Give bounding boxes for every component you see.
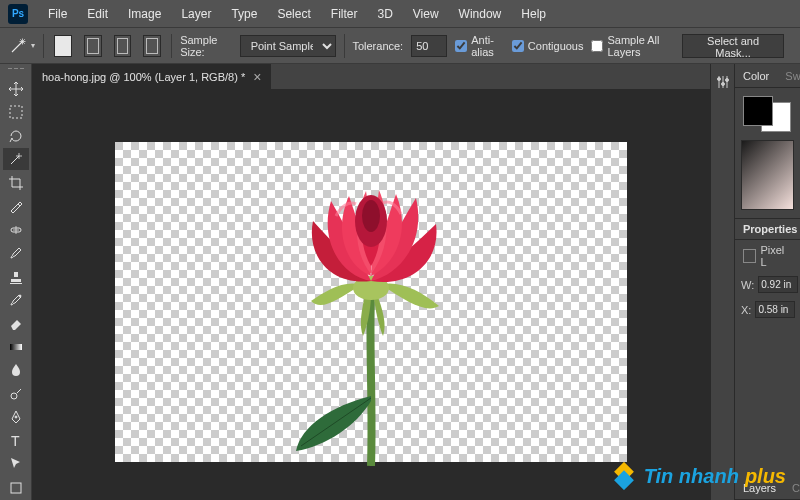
- adjustments-icon[interactable]: [715, 74, 731, 90]
- svg-rect-7: [11, 483, 21, 493]
- marquee-tool[interactable]: [3, 101, 29, 123]
- rose-image: [241, 146, 501, 466]
- x-label: X:: [741, 304, 751, 316]
- svg-rect-3: [10, 344, 22, 350]
- eyedropper-tool[interactable]: [3, 195, 29, 217]
- magic-wand-tool[interactable]: [3, 148, 29, 170]
- divider: [43, 34, 44, 58]
- main-area: T hoa-hong.jpg @ 100% (Layer 1, RGB/8) *…: [0, 64, 800, 500]
- width-label: W:: [741, 279, 754, 291]
- sample-all-layers-label: Sample All Layers: [607, 34, 674, 58]
- sample-size-label: Sample Size:: [180, 34, 231, 58]
- brush-tool[interactable]: [3, 242, 29, 264]
- blur-tool[interactable]: [3, 359, 29, 381]
- gradient-tool[interactable]: [3, 336, 29, 358]
- svg-point-12: [721, 83, 724, 86]
- svg-point-2: [19, 295, 21, 297]
- watermark-text2: plus: [745, 465, 786, 488]
- tab-color[interactable]: Color: [735, 70, 777, 82]
- tools-panel: T: [0, 64, 32, 500]
- canvas-viewport[interactable]: [32, 90, 710, 500]
- magic-wand-icon: [8, 34, 27, 58]
- tab-swatches[interactable]: Sw: [777, 70, 800, 82]
- options-bar: ▾ Sample Size: Point Sample Tolerance: A…: [0, 28, 800, 64]
- menu-view[interactable]: View: [403, 7, 449, 21]
- svg-point-5: [15, 416, 17, 418]
- svg-point-11: [717, 78, 720, 81]
- panel-handle-icon[interactable]: [3, 68, 29, 74]
- menu-filter[interactable]: Filter: [321, 7, 368, 21]
- menu-bar: Ps File Edit Image Layer Type Select Fil…: [0, 0, 800, 28]
- selection-new-button[interactable]: [54, 35, 72, 57]
- history-brush-tool[interactable]: [3, 289, 29, 311]
- selection-intersect-button[interactable]: [143, 35, 161, 57]
- watermark: Tin nhanh plus: [610, 462, 786, 490]
- properties-header: Properties: [735, 218, 800, 240]
- selection-subtract-button[interactable]: [114, 35, 132, 57]
- menu-window[interactable]: Window: [449, 7, 512, 21]
- move-tool[interactable]: [3, 78, 29, 100]
- contiguous-input[interactable]: [512, 40, 524, 52]
- ps-logo: Ps: [8, 4, 28, 24]
- crop-tool[interactable]: [3, 171, 29, 193]
- color-spectrum[interactable]: [741, 140, 794, 210]
- width-input[interactable]: [758, 276, 798, 293]
- anti-alias-label: Anti-alias: [471, 34, 504, 58]
- eraser-tool[interactable]: [3, 312, 29, 334]
- tolerance-input[interactable]: [411, 35, 447, 57]
- document-tab-label: hoa-hong.jpg @ 100% (Layer 1, RGB/8) *: [42, 71, 245, 83]
- contiguous-checkbox[interactable]: Contiguous: [512, 40, 584, 52]
- divider: [171, 34, 172, 58]
- menu-3d[interactable]: 3D: [367, 7, 402, 21]
- x-input[interactable]: [755, 301, 795, 318]
- width-row: W:: [735, 272, 800, 297]
- select-and-mask-button[interactable]: Select and Mask...: [682, 34, 784, 58]
- canvas[interactable]: [115, 142, 627, 462]
- menu-file[interactable]: File: [38, 7, 77, 21]
- svg-rect-0: [10, 106, 22, 118]
- svg-text:T: T: [11, 433, 20, 449]
- divider: [344, 34, 345, 58]
- watermark-text1: Tin nhanh: [644, 465, 739, 488]
- menu-help[interactable]: Help: [511, 7, 556, 21]
- sample-size-select[interactable]: Point Sample: [240, 35, 336, 57]
- anti-alias-checkbox[interactable]: Anti-alias: [455, 34, 504, 58]
- tool-dropdown-chevron-icon[interactable]: ▾: [31, 41, 35, 50]
- document-tabs: hoa-hong.jpg @ 100% (Layer 1, RGB/8) * ×: [32, 64, 710, 90]
- sample-all-layers-input[interactable]: [591, 40, 603, 52]
- menu-layer[interactable]: Layer: [171, 7, 221, 21]
- stamp-tool[interactable]: [3, 265, 29, 287]
- properties-type-label: Pixel L: [760, 244, 792, 268]
- color-panel-tabs: Color Sw: [735, 64, 800, 88]
- anti-alias-input[interactable]: [455, 40, 467, 52]
- menu-type[interactable]: Type: [221, 7, 267, 21]
- dodge-tool[interactable]: [3, 383, 29, 405]
- lasso-tool[interactable]: [3, 125, 29, 147]
- fg-color-swatch[interactable]: [743, 96, 773, 126]
- document-area: hoa-hong.jpg @ 100% (Layer 1, RGB/8) * ×: [32, 64, 710, 500]
- menu-image[interactable]: Image: [118, 7, 171, 21]
- right-dock-strip: [710, 64, 734, 500]
- color-chip[interactable]: [743, 96, 791, 132]
- healing-brush-tool[interactable]: [3, 218, 29, 240]
- tab-channels[interactable]: Ch: [784, 482, 800, 494]
- path-selection-tool[interactable]: [3, 453, 29, 475]
- menu-select[interactable]: Select: [267, 7, 320, 21]
- shape-tool[interactable]: [3, 477, 29, 499]
- selection-add-button[interactable]: [84, 35, 102, 57]
- text-tool[interactable]: T: [3, 430, 29, 452]
- menu-edit[interactable]: Edit: [77, 7, 118, 21]
- watermark-logo-icon: [610, 462, 638, 490]
- tolerance-label: Tolerance:: [352, 40, 403, 52]
- right-panels: Color Sw Properties Pixel L W: X: Layers…: [734, 64, 800, 500]
- properties-type: Pixel L: [735, 240, 800, 272]
- svg-point-10: [362, 200, 380, 232]
- document-tab[interactable]: hoa-hong.jpg @ 100% (Layer 1, RGB/8) * ×: [32, 64, 271, 90]
- x-row: X:: [735, 297, 800, 322]
- svg-point-13: [725, 79, 728, 82]
- close-icon[interactable]: ×: [253, 69, 261, 85]
- sample-all-layers-checkbox[interactable]: Sample All Layers: [591, 34, 674, 58]
- pixel-layer-icon: [743, 249, 756, 263]
- pen-tool[interactable]: [3, 406, 29, 428]
- contiguous-label: Contiguous: [528, 40, 584, 52]
